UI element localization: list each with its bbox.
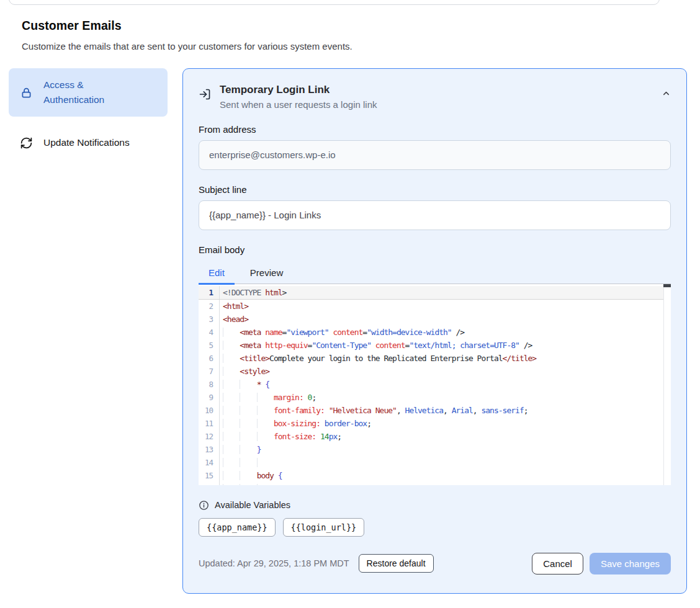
code-line-content: margin: 0; (220, 391, 316, 404)
code-line-content: } (220, 443, 261, 456)
panel-subtitle: Sent when a user requests a login link (220, 99, 377, 110)
code-line[interactable]: 4 <meta name="viewport" content="width=d… (199, 326, 671, 339)
code-line[interactable]: 1<!DOCTYPE html> (199, 286, 671, 300)
cancel-button[interactable]: Cancel (532, 553, 583, 574)
code-line-content (220, 456, 274, 469)
sidebar-item-label: Update Notifications (43, 135, 138, 150)
code-lines: 1<!DOCTYPE html>2<html>3<head>4 <meta na… (199, 284, 671, 485)
panel-footer: Updated: Apr 29, 2025, 1:18 PM MDT Resto… (199, 553, 671, 574)
line-number: 14 (199, 456, 220, 469)
variable-chip[interactable]: {{app_name}} (199, 518, 276, 537)
code-line-content: <head> (220, 313, 248, 326)
code-line[interactable]: 16 background-color: #f8f8f8; (199, 482, 671, 485)
line-number: 11 (199, 417, 220, 430)
editor-scrollbar-thumb[interactable] (663, 284, 671, 287)
code-line[interactable]: 6 <title>Complete your login to the Repl… (199, 352, 671, 365)
from-address-input[interactable] (199, 140, 671, 170)
line-number: 9 (199, 391, 220, 404)
code-line[interactable]: 11 box-sizing: border-box; (199, 417, 671, 430)
line-number: 6 (199, 352, 220, 365)
code-line[interactable]: 7 <style> (199, 365, 671, 378)
code-line-content: font-size: 14px; (220, 430, 341, 443)
line-number: 4 (199, 326, 220, 339)
subject-line-input[interactable] (199, 200, 671, 230)
email-body-label: Email body (199, 244, 671, 255)
code-line-content: body { (220, 469, 282, 482)
login-icon (199, 88, 211, 101)
code-line[interactable]: 2<html> (199, 300, 671, 313)
code-line-content: font-family: "Helvetica Neue", Helvetica… (220, 404, 528, 417)
line-number: 1 (199, 286, 220, 299)
code-line-content: background-color: #f8f8f8; (220, 482, 384, 485)
code-line[interactable]: 3<head> (199, 313, 671, 326)
variable-chips: {{app_name}}{{login_url}} (199, 518, 671, 537)
sidebar-item-update-notifications[interactable]: Update Notifications (9, 128, 168, 158)
top-card-edge (9, 0, 660, 5)
page-subtitle: Customize the emails that are sent to yo… (22, 41, 352, 51)
line-number: 13 (199, 443, 220, 456)
email-template-panel: Temporary Login Link Sent when a user re… (182, 68, 687, 594)
line-number: 12 (199, 430, 220, 443)
refresh-icon (20, 136, 33, 150)
code-line-content: <meta name="viewport" content="width=dev… (220, 326, 464, 339)
tab-preview[interactable]: Preview (240, 262, 293, 284)
line-number: 2 (199, 300, 220, 313)
save-changes-button[interactable]: Save changes (590, 553, 671, 574)
code-line[interactable]: 10 font-family: "Helvetica Neue", Helvet… (199, 404, 671, 417)
panel-header-text: Temporary Login Link Sent when a user re… (220, 83, 377, 110)
tab-edit[interactable]: Edit (199, 262, 235, 285)
code-line-content: <meta http-equiv="Content-Type" content=… (220, 339, 532, 352)
code-line-content: <!DOCTYPE html> (220, 286, 286, 299)
line-number: 16 (199, 482, 220, 485)
lock-icon (20, 86, 33, 99)
line-number: 5 (199, 339, 220, 352)
code-line[interactable]: 14 (199, 456, 671, 469)
code-line[interactable]: 5 <meta http-equiv="Content-Type" conten… (199, 339, 671, 352)
variable-chip[interactable]: {{login_url}} (283, 518, 365, 537)
code-line[interactable]: 13 } (199, 443, 671, 456)
info-icon (199, 500, 209, 511)
subject-line-label: Subject line (199, 184, 671, 195)
code-line[interactable]: 15 body { (199, 469, 671, 482)
line-number: 3 (199, 313, 220, 326)
chevron-up-icon[interactable] (662, 89, 671, 98)
sidebar: Access & Authentication Update Notificat… (9, 68, 168, 158)
sidebar-item-label: Access & Authentication (43, 78, 138, 107)
code-line-content: <title>Complete your login to the Replic… (220, 352, 536, 365)
email-body-tabs: Edit Preview (199, 262, 671, 284)
available-variables-row: Available Variables (199, 500, 671, 511)
available-variables-label: Available Variables (215, 500, 290, 510)
line-number: 7 (199, 365, 220, 378)
line-number: 15 (199, 469, 220, 482)
from-address-label: From address (199, 124, 671, 135)
editor-scrollbar[interactable] (663, 284, 671, 485)
page-title: Customer Emails (22, 19, 122, 33)
panel-title: Temporary Login Link (220, 83, 377, 98)
code-editor[interactable]: 1<!DOCTYPE html>2<html>3<head>4 <meta na… (199, 284, 671, 485)
sidebar-item-access-authentication[interactable]: Access & Authentication (9, 68, 168, 117)
panel-header: Temporary Login Link Sent when a user re… (199, 83, 671, 110)
code-line[interactable]: 8 * { (199, 378, 671, 391)
code-line-content: <style> (220, 365, 269, 378)
updated-timestamp: Updated: Apr 29, 2025, 1:18 PM MDT (199, 558, 349, 568)
line-number: 8 (199, 378, 220, 391)
code-line[interactable]: 12 font-size: 14px; (199, 430, 671, 443)
code-line[interactable]: 9 margin: 0; (199, 391, 671, 404)
code-line-content: * { (220, 378, 269, 391)
code-line-content: <html> (220, 300, 248, 313)
code-line-content: box-sizing: border-box; (220, 417, 371, 430)
page: Customer Emails Customize the emails tha… (0, 0, 700, 608)
restore-default-button[interactable]: Restore default (359, 554, 434, 573)
line-number: 10 (199, 404, 220, 417)
